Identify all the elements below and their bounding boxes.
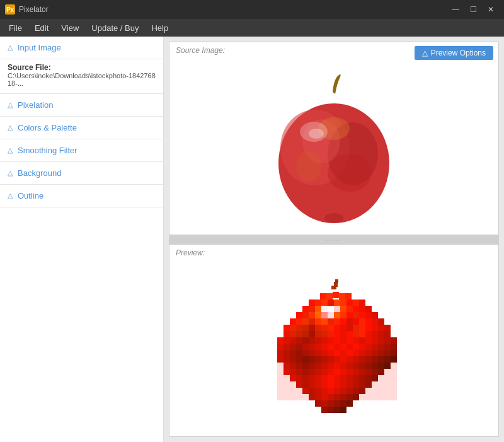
svg-rect-210: [378, 369, 384, 375]
svg-rect-140: [277, 350, 284, 356]
svg-rect-50: [372, 312, 378, 318]
svg-rect-104: [302, 337, 309, 344]
triangle-icon-input-image: △: [8, 44, 13, 52]
title-bar: Px Pixelator — ☐ ✕: [0, 0, 504, 19]
sidebar-section-input-image[interactable]: △ Input Image: [0, 37, 163, 59]
svg-rect-179: [290, 363, 296, 369]
svg-rect-44: [334, 312, 340, 318]
svg-rect-102: [290, 337, 296, 344]
svg-rect-239: [315, 388, 321, 394]
svg-rect-59: [340, 318, 346, 325]
svg-rect-99: [384, 331, 391, 337]
triangle-icon-smoothing-filter: △: [8, 146, 13, 154]
svg-rect-250: [328, 394, 334, 400]
sidebar-section-background[interactable]: △ Background: [0, 162, 163, 185]
svg-rect-15: [333, 292, 339, 298]
sidebar-section-pixelation[interactable]: △ Pixelation: [0, 94, 163, 117]
svg-rect-219: [340, 375, 346, 381]
svg-rect-232: [340, 381, 346, 388]
svg-rect-46: [346, 312, 353, 318]
svg-rect-220: [346, 375, 353, 381]
menu-bar: File Edit View Update / Buy Help: [0, 19, 504, 37]
source-file-path: C:\Users\inoke\Downloads\istockphoto-184…: [8, 72, 156, 87]
section-header-background[interactable]: △ Background: [8, 168, 156, 178]
sidebar-section-smoothing-filter[interactable]: △ Smoothing Filter: [0, 139, 163, 162]
svg-rect-233: [346, 381, 353, 388]
svg-rect-186: [334, 363, 340, 369]
svg-rect-111: [346, 337, 353, 344]
svg-rect-238: [309, 388, 315, 394]
svg-rect-68: [296, 325, 302, 331]
menu-help[interactable]: Help: [145, 21, 175, 35]
svg-point-9: [324, 213, 343, 223]
sidebar-label-smoothing-filter: Smoothing Filter: [18, 146, 77, 155]
svg-rect-245: [353, 388, 359, 394]
svg-rect-178: [284, 363, 290, 369]
svg-rect-162: [296, 356, 302, 363]
sidebar-section-outline[interactable]: △ Outline: [0, 185, 163, 207]
svg-rect-211: [290, 375, 296, 381]
svg-rect-62: [359, 318, 365, 325]
svg-rect-260: [346, 400, 353, 407]
section-header-pixelation[interactable]: △ Pixelation: [8, 100, 156, 110]
svg-rect-88: [315, 331, 321, 337]
svg-rect-207: [359, 369, 365, 375]
minimize-button[interactable]: —: [447, 3, 464, 16]
svg-rect-177: [391, 356, 397, 363]
svg-rect-217: [328, 375, 334, 381]
svg-rect-34: [346, 306, 353, 312]
svg-rect-146: [315, 350, 321, 356]
section-header-input-image[interactable]: △ Input Image: [8, 43, 156, 52]
preview-label: Preview:: [176, 248, 205, 257]
svg-rect-171: [353, 356, 359, 363]
svg-rect-212: [296, 375, 302, 381]
close-button[interactable]: ✕: [483, 3, 499, 16]
svg-rect-191: [365, 363, 372, 369]
svg-rect-106: [315, 337, 321, 344]
section-header-smoothing-filter[interactable]: △ Smoothing Filter: [8, 146, 156, 155]
svg-rect-206: [353, 369, 359, 375]
svg-rect-49: [365, 312, 372, 318]
svg-rect-213: [302, 375, 309, 381]
svg-rect-214: [309, 375, 315, 381]
svg-rect-72: [321, 325, 328, 331]
svg-rect-182: [309, 363, 315, 369]
svg-rect-165: [315, 356, 321, 363]
svg-rect-98: [378, 331, 384, 337]
svg-rect-81: [378, 325, 384, 331]
maximize-button[interactable]: ☐: [465, 3, 481, 16]
svg-rect-83: [284, 331, 290, 337]
svg-rect-70: [309, 325, 315, 331]
svg-rect-115: [372, 337, 378, 344]
svg-rect-18: [309, 300, 315, 306]
svg-point-4: [328, 154, 372, 192]
section-header-outline[interactable]: △ Outline: [8, 191, 156, 201]
svg-rect-14: [326, 293, 333, 300]
menu-file[interactable]: File: [3, 21, 28, 35]
svg-rect-142: [290, 350, 296, 356]
menu-edit[interactable]: Edit: [28, 21, 55, 35]
svg-point-6: [296, 151, 321, 182]
content-area: Source Image: △ Preview Options: [164, 37, 504, 442]
svg-rect-201: [321, 369, 328, 375]
svg-rect-261: [321, 407, 328, 413]
svg-rect-167: [328, 356, 334, 363]
menu-view[interactable]: View: [55, 21, 85, 35]
svg-rect-196: [290, 369, 296, 375]
panel-divider[interactable]: ......: [169, 235, 499, 244]
svg-rect-195: [284, 369, 290, 375]
menu-update-buy[interactable]: Update / Buy: [85, 21, 145, 35]
preview-options-button[interactable]: △ Preview Options: [415, 46, 493, 60]
svg-rect-230: [328, 381, 334, 388]
sidebar-label-outline: Outline: [18, 191, 43, 201]
svg-rect-22: [334, 300, 340, 306]
sidebar-label-background: Background: [18, 168, 61, 178]
section-header-colors-palette[interactable]: △ Colors & Palette: [8, 123, 156, 132]
app-icon: Px: [5, 4, 15, 15]
svg-rect-118: [391, 337, 397, 344]
svg-rect-143: [296, 350, 302, 356]
svg-rect-87: [309, 331, 315, 337]
sidebar-section-colors-palette[interactable]: △ Colors & Palette: [0, 117, 163, 139]
svg-rect-58: [334, 318, 340, 325]
svg-rect-75: [340, 325, 346, 331]
